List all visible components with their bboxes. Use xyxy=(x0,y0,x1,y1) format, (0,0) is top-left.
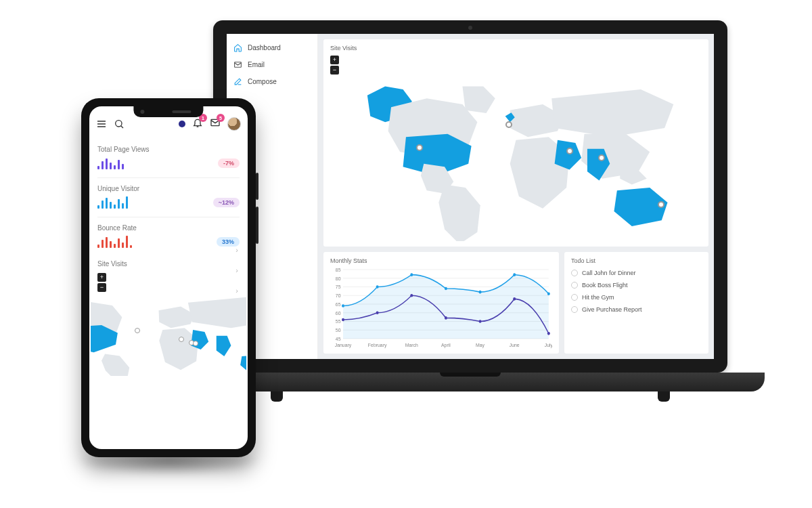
checkbox-icon[interactable] xyxy=(571,282,578,289)
todo-list: Call John for DinnerBook Boss FlightHit … xyxy=(571,267,702,316)
avatar[interactable] xyxy=(227,117,241,131)
svg-point-38 xyxy=(513,297,516,301)
world-map[interactable] xyxy=(330,75,702,241)
metric-card[interactable]: Bounce Rate33% xyxy=(97,217,240,256)
map-zoom-in-button[interactable]: + xyxy=(330,56,339,64)
map-zoom-in-button[interactable]: + xyxy=(97,273,106,282)
sparkline-icon xyxy=(97,157,124,169)
svg-point-36 xyxy=(445,316,447,320)
home-icon xyxy=(233,43,242,52)
monthly-stats-chart[interactable]: 455055606570758085JanuaryFebruaryMarchAp… xyxy=(330,267,552,348)
phone-site-visits: Site Visits + − xyxy=(97,260,240,376)
map-marker[interactable] xyxy=(598,154,605,161)
svg-text:65: 65 xyxy=(336,301,341,308)
sidebar-item-email[interactable]: Email xyxy=(227,56,317,73)
phone-world-map[interactable] xyxy=(97,295,240,376)
svg-text:80: 80 xyxy=(336,275,341,282)
sparkline-icon xyxy=(97,196,128,209)
map-marker[interactable] xyxy=(505,121,512,128)
search-icon[interactable] xyxy=(114,119,125,129)
metric-title: Total Page Views xyxy=(97,146,240,153)
svg-point-28 xyxy=(410,273,413,276)
compose-icon xyxy=(233,77,242,86)
laptop-bezel: Dashboard Email Compose Site Visits + xyxy=(213,20,727,373)
laptop-frame: Dashboard Email Compose Site Visits + xyxy=(176,20,765,433)
svg-point-35 xyxy=(410,294,413,297)
laptop-feet xyxy=(176,391,765,402)
map-marker[interactable] xyxy=(135,328,140,333)
todo-item[interactable]: Give Purchase Report xyxy=(571,303,702,316)
phone-notch xyxy=(133,106,203,117)
svg-point-40 xyxy=(116,121,122,127)
map-marker[interactable] xyxy=(416,144,423,151)
todo-item[interactable]: Book Boss Flight xyxy=(571,279,702,291)
todo-list-card: Todo List Call John for DinnerBook Boss … xyxy=(564,252,708,354)
map-marker[interactable] xyxy=(566,148,573,154)
todo-label: Hit the Gym xyxy=(582,294,614,301)
metric-card[interactable]: Unique Visitor~12% xyxy=(97,177,240,217)
svg-point-26 xyxy=(342,304,344,308)
todo-item[interactable]: Call John for Dinner xyxy=(571,267,702,279)
sidebar-item-dashboard[interactable]: Dashboard xyxy=(227,39,317,56)
metric-title: Unique Visitor xyxy=(97,185,240,192)
svg-point-37 xyxy=(479,320,482,323)
main-content: Site Visits + − xyxy=(318,34,714,359)
svg-point-34 xyxy=(376,311,379,314)
menu-icon[interactable] xyxy=(96,119,107,129)
sidebar-item-label: Compose xyxy=(248,78,277,85)
messages-button[interactable]: 5 xyxy=(210,117,221,131)
map-marker[interactable] xyxy=(658,201,664,208)
svg-text:55: 55 xyxy=(336,318,341,325)
sparkline-icon xyxy=(97,236,132,248)
todo-label: Give Purchase Report xyxy=(582,306,642,313)
map-zoom-out-button[interactable]: − xyxy=(330,66,339,75)
metric-card[interactable]: Total Page Views-7% xyxy=(97,139,240,177)
metric-change-badge: ~12% xyxy=(213,198,240,207)
svg-text:January: January xyxy=(335,342,352,348)
todo-label: Book Boss Flight xyxy=(582,282,628,289)
card-title: Todo List xyxy=(571,257,702,264)
card-title: Monthly Stats xyxy=(330,257,552,264)
phone-body: Total Page Views-7%Unique Visitor~12%Bou… xyxy=(89,139,248,449)
phone-screen: 1 5 Total Page Views-7%Unique Visitor~12… xyxy=(89,106,248,449)
svg-text:February: February xyxy=(368,342,387,348)
checkbox-icon[interactable] xyxy=(571,294,578,301)
status-dot xyxy=(179,121,185,127)
svg-text:March: March xyxy=(405,342,418,348)
sidebar-item-label: Dashboard xyxy=(248,44,281,51)
chevron-right-icon[interactable]: › xyxy=(235,246,238,254)
svg-point-33 xyxy=(342,318,344,322)
laptop-screen: Dashboard Email Compose Site Visits + xyxy=(227,34,714,359)
phone-frame: 1 5 Total Page Views-7%Unique Visitor~12… xyxy=(81,98,256,457)
checkbox-icon[interactable] xyxy=(571,306,578,313)
svg-point-31 xyxy=(513,273,516,276)
chevron-right-icon[interactable]: › xyxy=(235,266,238,274)
metric-change-badge: -7% xyxy=(218,158,240,168)
metric-change-badge: 33% xyxy=(217,237,240,247)
section-title: Site Visits xyxy=(97,260,240,268)
svg-text:75: 75 xyxy=(336,284,341,291)
map-zoom-controls: + − xyxy=(330,56,702,75)
svg-text:April: April xyxy=(441,342,451,348)
sidebar-item-compose[interactable]: Compose xyxy=(227,73,317,90)
svg-text:70: 70 xyxy=(336,293,341,299)
mail-icon xyxy=(233,60,242,69)
notifications-button[interactable]: 1 xyxy=(192,117,203,131)
svg-text:60: 60 xyxy=(336,310,341,316)
svg-point-32 xyxy=(547,292,550,295)
bottom-row: Monthly Stats 455055606570758085JanuaryF… xyxy=(323,252,708,354)
sidebar-item-label: Email xyxy=(248,61,265,68)
svg-text:May: May xyxy=(476,342,484,348)
todo-label: Call John for Dinner xyxy=(582,270,636,276)
checkbox-icon[interactable] xyxy=(571,270,578,276)
svg-text:July: July xyxy=(545,342,552,348)
laptop-base xyxy=(176,373,765,391)
todo-item[interactable]: Hit the Gym xyxy=(571,291,702,303)
svg-point-29 xyxy=(445,287,447,291)
map-marker[interactable] xyxy=(193,341,198,346)
metric-title: Bounce Rate xyxy=(97,224,240,232)
messages-badge: 5 xyxy=(217,114,225,122)
map-marker[interactable] xyxy=(179,337,184,342)
svg-text:June: June xyxy=(510,342,520,348)
card-title: Site Visits xyxy=(330,45,702,51)
